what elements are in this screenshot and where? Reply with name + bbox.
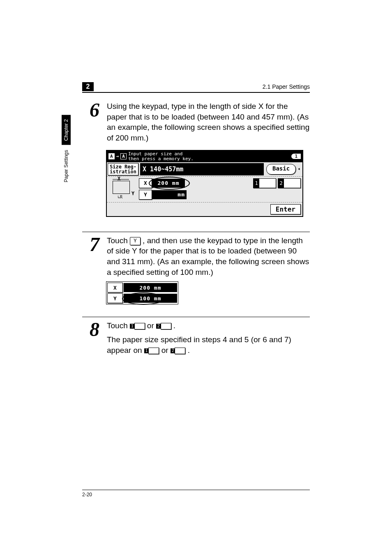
step-number: 6	[82, 101, 107, 119]
step-text: Touch Y , and then use the keypad to typ…	[107, 235, 310, 278]
highlight-circle	[149, 177, 190, 190]
mini-y-button[interactable]: Y	[107, 293, 123, 303]
memory-2-button[interactable]: 2	[278, 178, 301, 188]
basic-button[interactable]: Basic	[266, 164, 296, 175]
memory-1-label: 1	[254, 179, 259, 188]
x-range-display: X 140~457mm	[140, 163, 264, 175]
manual-page: Chapter 2 Paper Settings 2 2.1 Paper Set…	[0, 0, 392, 555]
next-arrow-icon[interactable]: ➧	[297, 162, 302, 176]
lcd-input-row: X Y ↳R X 200 mm Y mm 1	[107, 177, 302, 203]
y-value-display: mm	[152, 190, 187, 199]
mini-x-button[interactable]: X	[107, 283, 123, 292]
memory-1-inline-button[interactable]: 1	[144, 348, 159, 354]
memory-2-label: 2	[278, 179, 284, 188]
y-button[interactable]: Y	[139, 190, 152, 200]
step-number: 7	[82, 235, 107, 253]
lcd-bottom-row: Enter	[107, 203, 302, 216]
side-tabs: Chapter 2 Paper Settings	[62, 115, 71, 184]
lcd-page-badge: 1	[291, 154, 301, 159]
paper-diagram-icon: X Y ↳R	[108, 178, 137, 200]
a-white-icon: A	[108, 153, 115, 159]
step-number: 8	[82, 320, 107, 338]
lcd-row-header: Size Reg- istration X 140~457mm Basic ➧	[107, 162, 302, 177]
lcd-top-bar: A → A Input paper size and then press a …	[107, 151, 302, 162]
highlight-circle	[122, 292, 165, 305]
xy-values: X 200 mm Y mm	[139, 178, 187, 200]
chapter-number-box: 2	[82, 82, 94, 91]
xy-mini-figure: X 200 mm Y 100 mm	[106, 281, 178, 304]
mini-x-value: 200 mm	[124, 283, 177, 292]
lcd-instruction: Input paper size and then press a memory…	[128, 152, 194, 161]
memory-2-inline-button[interactable]: 2	[171, 348, 186, 354]
memory-1-button[interactable]: 1	[253, 178, 276, 188]
lcd-screen-figure: A → A Input paper size and then press a …	[106, 150, 303, 217]
memory-1-inline-button[interactable]: 1	[130, 323, 145, 329]
memory-2-inline-button[interactable]: 2	[156, 323, 171, 329]
section-tab: Paper Settings	[62, 147, 70, 185]
orientation-icon: ↳R	[118, 195, 122, 199]
step-text: Using the keypad, type in the length of …	[107, 101, 310, 143]
size-registration-button[interactable]: Size Reg- istration	[108, 163, 138, 175]
a-black-icon: A	[120, 153, 127, 159]
section-title: 2.1 Paper Settings	[98, 83, 310, 90]
page-header: 2 2.1 Paper Settings	[82, 82, 310, 93]
chapter-tab: Chapter 2	[62, 115, 71, 145]
lcd-top-left: A → A Input paper size and then press a …	[108, 152, 194, 161]
y-inline-button[interactable]: Y	[130, 237, 141, 245]
enter-button[interactable]: Enter	[270, 204, 301, 214]
memory-buttons: 1 2	[253, 178, 301, 200]
step-7: 7 Touch Y , and then use the keypad to t…	[82, 232, 310, 305]
arrow-icon: →	[116, 154, 119, 159]
page-number: 2-20	[82, 490, 310, 497]
step-text: Touch 1 or 2 . The paper size specified …	[107, 320, 310, 355]
step-8: 8 Touch 1 or 2 . The paper size specifie…	[82, 317, 310, 355]
step-6: 6 Using the keypad, type in the length o…	[82, 101, 310, 143]
diagram-y-label: Y	[131, 191, 134, 196]
